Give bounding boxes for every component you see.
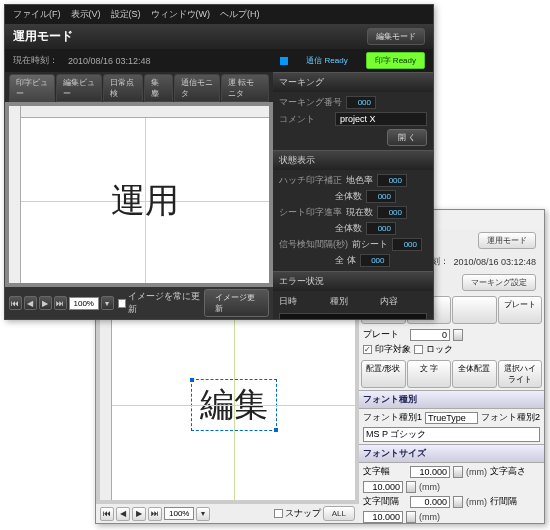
lock-checkbox[interactable]	[414, 345, 423, 354]
view-tabs: 印字ビュー 編集ビュー 日常点検 集 塵 通信モニタ 運 転モニタ	[5, 72, 273, 102]
tab-dust[interactable]: 集 塵	[144, 74, 173, 102]
state-r2-value: 000	[366, 190, 396, 203]
canvas-text: 編集	[200, 385, 268, 423]
state-r4-name: 全体数	[335, 222, 362, 235]
comm-status: 通信 Ready	[298, 53, 355, 68]
char-height-spinner[interactable]	[406, 481, 416, 493]
menubar: ファイル(F) 表示(V) 設定(S) ウィンドウ(W) ヘルプ(H)	[5, 5, 433, 24]
line-spacing-label: 行間隔	[490, 495, 534, 508]
plate-number[interactable]: 0	[410, 329, 450, 341]
tab-3[interactable]	[452, 296, 497, 324]
open-button[interactable]: 開 く	[387, 129, 427, 146]
zoom-field[interactable]: 100%	[69, 297, 99, 310]
edit-bottom-toolbar: ⏮ ◀ ▶ ⏭ 100% ▾ スナップ ALL	[96, 504, 359, 523]
print-canvas[interactable]: 運用	[21, 118, 269, 283]
snap-checkbox[interactable]	[274, 509, 283, 518]
unit: (mm)	[419, 482, 440, 492]
refresh-image-button[interactable]: イメージ更新	[204, 289, 269, 317]
nav-first-icon[interactable]: ⏮	[9, 296, 22, 310]
char-spacing-input[interactable]: 0.000	[410, 496, 450, 508]
ruler-horizontal	[21, 106, 269, 118]
tab-run-monitor[interactable]: 運 転モニタ	[221, 74, 269, 102]
edit-canvas[interactable]: 編集	[112, 310, 355, 500]
char-spacing-spinner[interactable]	[453, 496, 463, 508]
nav-next-icon[interactable]: ▶	[132, 507, 146, 521]
bottom-toolbar: ⏮ ◀ ▶ ⏭ 100% ▾ イメージを常に更新 イメージ更新	[5, 287, 273, 319]
tab-text[interactable]: 文 字	[407, 360, 452, 388]
operation-mode-button[interactable]: 運用モード	[478, 232, 536, 249]
nav-prev-icon[interactable]: ◀	[116, 507, 130, 521]
char-width-input[interactable]: 10.000	[410, 466, 450, 478]
nav-next-icon[interactable]: ▶	[39, 296, 52, 310]
menu-help[interactable]: ヘルプ(H)	[216, 7, 264, 22]
marking-no-value: 000	[346, 96, 376, 109]
char-height-input[interactable]: 10.000	[363, 481, 403, 493]
plate-label: プレート	[363, 328, 407, 341]
print-target-checkbox[interactable]	[363, 345, 372, 354]
state-r6-value: 000	[360, 254, 390, 267]
unit: (mm)	[419, 512, 440, 522]
zoom-dropdown-icon[interactable]: ▾	[101, 296, 114, 310]
font-face-label: フォント種別2	[481, 411, 540, 424]
nav-last-icon[interactable]: ⏭	[148, 507, 162, 521]
ruler-vertical	[100, 298, 112, 500]
state-r4-value: 000	[366, 222, 396, 235]
plate-spinner[interactable]	[453, 329, 463, 341]
error-header: エラー状況	[273, 271, 433, 291]
font-face-select[interactable]: MS P ゴシック	[363, 427, 540, 442]
comment-input[interactable]: project X	[335, 112, 427, 126]
tab-comm-monitor[interactable]: 通信モニタ	[174, 74, 220, 102]
selected-text-object[interactable]: 編集	[191, 379, 277, 431]
err-col-date: 日時	[279, 295, 326, 308]
operation-body: 印字ビュー 編集ビュー 日常点検 集 塵 通信モニタ 運 転モニタ 運用 ⏮ ◀	[5, 72, 433, 319]
tab-edit-view[interactable]: 編集ビュー	[56, 74, 102, 102]
line-spacing-spinner[interactable]	[406, 511, 416, 523]
marking-settings-button[interactable]: マーキング設定	[462, 274, 536, 291]
state-r3-label: シート印字進率	[279, 206, 342, 219]
err-col-type: 種別	[330, 295, 377, 308]
print-canvas-area: 印字ビュー 編集ビュー 日常点検 集 塵 通信モニタ 運 転モニタ 運用 ⏮ ◀	[5, 72, 273, 319]
edit-canvas-area: 編集 ⏮ ◀ ▶ ⏭ 100% ▾ スナップ ALL	[96, 294, 359, 523]
operation-window: ファイル(F) 表示(V) 設定(S) ウィンドウ(W) ヘルプ(H) 運用モー…	[4, 4, 434, 320]
state-r6-name: 全 体	[335, 254, 356, 267]
char-spacing-label: 文字間隔	[363, 495, 407, 508]
char-height-label: 文字高さ	[490, 465, 534, 478]
tab-global[interactable]: 全体配置	[452, 360, 497, 388]
window-title: 運用モード	[13, 28, 73, 45]
state-r3-name: 現在数	[346, 206, 373, 219]
zoom-field[interactable]: 100%	[164, 507, 194, 520]
all-button[interactable]: ALL	[323, 506, 355, 521]
state-r5-name: 前シート	[352, 238, 388, 251]
tab-layout[interactable]: 配置/形状	[361, 360, 406, 388]
tab-daily-check[interactable]: 日常点検	[103, 74, 143, 102]
nav-prev-icon[interactable]: ◀	[24, 296, 37, 310]
menu-view[interactable]: 表示(V)	[67, 7, 105, 22]
menu-window[interactable]: ウィンドウ(W)	[147, 7, 215, 22]
char-width-label: 文字幅	[363, 465, 407, 478]
comment-label: コメント	[279, 113, 331, 126]
unit: (mm)	[466, 467, 487, 477]
char-width-spinner[interactable]	[453, 466, 463, 478]
error-list[interactable]	[279, 313, 427, 319]
font-section-header: フォント種別	[359, 390, 544, 409]
state-r3-value: 000	[377, 206, 407, 219]
nav-first-icon[interactable]: ⏮	[100, 507, 114, 521]
tab-plate[interactable]: プレート	[498, 296, 543, 324]
nav-last-icon[interactable]: ⏭	[54, 296, 67, 310]
edit-mode-button[interactable]: 編集モード	[367, 28, 425, 45]
line-spacing-input[interactable]: 10.000	[363, 511, 403, 523]
auto-update-checkbox[interactable]	[118, 299, 126, 308]
print-status: 印字 Ready	[366, 52, 425, 69]
tab-highlight[interactable]: 選択ハイライト	[498, 360, 543, 388]
zoom-dropdown-icon[interactable]: ▾	[196, 507, 210, 521]
fontsize-section-header: フォントサイズ	[359, 444, 544, 463]
menu-file[interactable]: ファイル(F)	[9, 7, 65, 22]
marking-no-label: マーキング番号	[279, 96, 342, 109]
tab-print-view[interactable]: 印字ビュー	[9, 74, 55, 102]
state-r1-value: 000	[377, 174, 407, 187]
menu-settings[interactable]: 設定(S)	[107, 7, 145, 22]
properties-panel: フォント種別 プレート プレート0 印字対象ロック 配置/形状 文 字 全体配置…	[359, 294, 544, 523]
comm-led-icon	[280, 57, 288, 65]
font-type-select[interactable]: TrueType	[425, 412, 478, 424]
marking-header: マーキング	[273, 72, 433, 92]
